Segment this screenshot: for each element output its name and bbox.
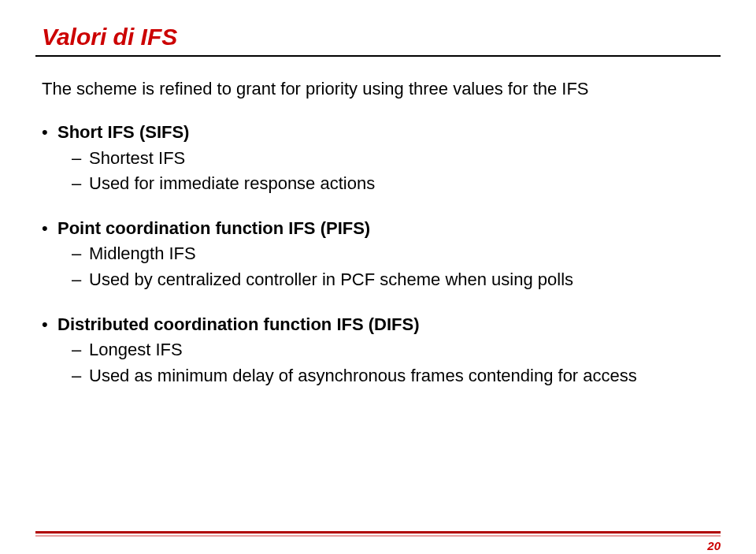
footer-divider-dark <box>35 531 721 534</box>
footer: 20 <box>35 531 721 537</box>
item-heading: Distributed coordination function IFS (D… <box>57 314 420 336</box>
item-heading: Short IFS (SIFS) <box>57 121 189 144</box>
sub-item-text: Used as minimum delay of asynchronous fr… <box>89 365 637 388</box>
list-item: • Distributed coordination function IFS … <box>42 314 721 388</box>
sub-list: – Longest IFS – Used as minimum delay of… <box>42 339 721 387</box>
intro-paragraph: The scheme is refined to grant for prior… <box>35 79 721 99</box>
sub-item-text: Shortest IFS <box>89 147 185 170</box>
sub-list: – Midlength IFS – Used by centralized co… <box>42 243 721 291</box>
sub-item-text: Midlength IFS <box>89 243 196 266</box>
list-item: • Short IFS (SIFS) – Shortest IFS – Used… <box>42 121 721 195</box>
footer-divider-light <box>35 535 721 537</box>
sub-item-text: Longest IFS <box>89 339 183 362</box>
dash-icon: – <box>72 173 89 195</box>
sub-list-item: – Longest IFS <box>72 339 721 362</box>
list-item: • Point coordination function IFS (PIFS)… <box>42 218 721 292</box>
dash-icon: – <box>72 269 89 292</box>
sub-item-text: Used by centralized controller in PCF sc… <box>89 269 573 292</box>
sub-list-item: – Used as minimum delay of asynchronous … <box>72 365 721 388</box>
sub-list-item: – Used for immediate response actions <box>72 173 721 195</box>
dash-icon: – <box>72 365 89 388</box>
item-heading: Point coordination function IFS (PIFS) <box>57 218 370 240</box>
sub-list: – Shortest IFS – Used for immediate resp… <box>42 147 721 195</box>
dash-icon: – <box>72 147 89 170</box>
page-title: Valori di IFS <box>35 24 721 50</box>
sub-item-text: Used for immediate response actions <box>89 173 375 195</box>
title-underline <box>35 55 721 57</box>
page-number: 20 <box>707 539 721 552</box>
bullet-icon: • <box>42 121 57 144</box>
sub-list-item: – Used by centralized controller in PCF … <box>72 269 721 292</box>
dash-icon: – <box>72 339 89 362</box>
bullet-icon: • <box>42 314 57 336</box>
sub-list-item: – Shortest IFS <box>72 147 721 170</box>
dash-icon: – <box>72 243 89 266</box>
bullet-icon: • <box>42 218 57 240</box>
main-list: • Short IFS (SIFS) – Shortest IFS – Used… <box>35 121 721 387</box>
sub-list-item: – Midlength IFS <box>72 243 721 266</box>
